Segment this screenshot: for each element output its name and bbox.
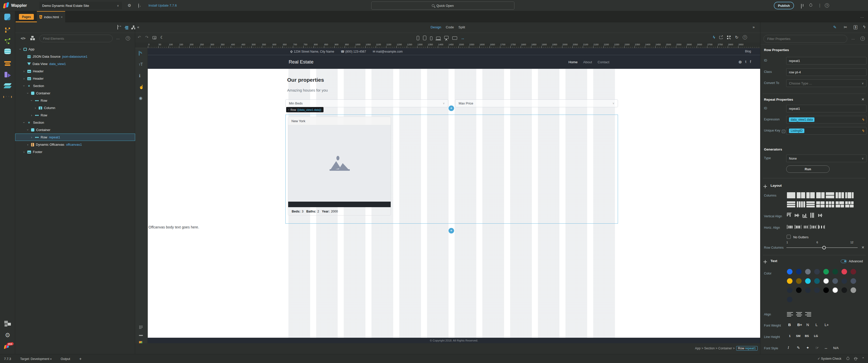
collapse-left-icon[interactable]: « [137, 25, 139, 29]
expander-icon[interactable]: › [22, 84, 26, 87]
color-swatch[interactable] [814, 278, 820, 284]
color-swatch[interactable] [814, 269, 820, 275]
columns-option-9[interactable] [797, 201, 805, 207]
expander-icon[interactable]: › [23, 69, 26, 73]
halign-around-icon[interactable] [818, 225, 825, 229]
text-width-icon[interactable]: ↔ [824, 345, 828, 350]
expander-icon[interactable]: › [26, 129, 30, 132]
dribbble-icon[interactable]: ◍ [739, 60, 742, 64]
columns-option-13[interactable] [836, 201, 844, 207]
grid-toggle-icon[interactable] [139, 325, 143, 329]
inspect-tool-icon[interactable]: ℹ [139, 73, 141, 78]
settings-icon[interactable]: ⚙ [4, 332, 11, 338]
color-swatch[interactable] [787, 278, 793, 284]
edit-tool-icon[interactable] [139, 51, 140, 56]
expander-icon[interactable]: › [19, 48, 22, 51]
tree-item-section[interactable]: ›»Section [15, 119, 135, 126]
tree-item-dynamic-offcanvas[interactable]: ›Dynamic Offcanvasoffcanvas1 [15, 141, 135, 148]
max-price-select[interactable]: Max Price ∨ [455, 100, 618, 107]
split-view-icon[interactable] [801, 4, 802, 8]
blog-link[interactable]: Blog [745, 50, 751, 53]
styles-icon[interactable] [4, 60, 11, 67]
italic-icon[interactable]: I [788, 345, 789, 350]
expander-icon[interactable]: › [26, 143, 29, 146]
theme-droplet-icon[interactable] [846, 357, 850, 361]
git-icon[interactable] [4, 27, 11, 33]
dynamic-bolt-icon[interactable]: ϟ [863, 25, 865, 29]
color-swatch[interactable] [823, 278, 829, 284]
list-view-icon[interactable] [125, 26, 129, 29]
props-more-icon[interactable]: … [851, 36, 855, 40]
advanced-toggle[interactable] [841, 259, 847, 263]
halign-start-icon[interactable] [787, 225, 794, 229]
text-tool-icon[interactable]: TT [139, 62, 143, 67]
pages-badge[interactable]: Pages [19, 14, 34, 20]
tree-item-json-data-source[interactable]: JSON Data Sourcejson-datasource1 [15, 53, 135, 60]
expander-icon[interactable]: › [22, 121, 26, 124]
kebab-menu-icon[interactable]: ⋮ [818, 3, 822, 8]
valign-baseline-icon[interactable] [818, 213, 824, 218]
add-panel-icon[interactable]: + [79, 357, 82, 361]
align-center-icon[interactable] [796, 312, 802, 316]
color-swatch[interactable] [841, 269, 847, 275]
add-element-button[interactable]: + [448, 106, 454, 111]
output-button[interactable]: Output [61, 357, 70, 361]
halign-end-icon[interactable] [803, 225, 809, 229]
tree-item-column[interactable]: ›Column [15, 104, 135, 112]
selected-element-badge[interactable]: ‹ Row {{data_view1.data}} [286, 107, 323, 112]
color-swatch[interactable] [832, 269, 838, 275]
system-check[interactable]: ✓ System Check [817, 357, 841, 361]
breadcrumb-current[interactable]: Row repeat1 [736, 346, 757, 351]
font-weight-l[interactable]: L [815, 323, 817, 327]
move-icon[interactable] [764, 260, 767, 263]
columns-option-6[interactable] [836, 192, 844, 198]
expander-icon[interactable]: › [23, 150, 26, 154]
columns-option-7[interactable] [845, 192, 854, 198]
color-swatch[interactable] [823, 269, 829, 275]
tree-item-header[interactable]: ›Header [15, 75, 135, 82]
generator-type-select[interactable]: None ∨ [786, 155, 867, 162]
debug-bug-icon[interactable] [855, 357, 857, 360]
unique-key-bolt-icon[interactable]: ϟ [863, 129, 864, 133]
color-swatch[interactable] [805, 269, 811, 275]
clear-row-columns-icon[interactable]: ✕ [862, 245, 865, 249]
dark-mode-icon[interactable]: ☾ [160, 35, 164, 40]
open-in-browser-icon[interactable] [719, 36, 723, 39]
pages-icon[interactable] [4, 13, 10, 20]
tab-index-html[interactable]: 5 index.html × [37, 11, 65, 22]
canvas-help-icon[interactable]: ? [743, 35, 747, 39]
collapse-right-icon[interactable]: » [752, 25, 754, 29]
close-icon[interactable]: × [61, 15, 63, 19]
color-swatch[interactable] [841, 287, 847, 293]
tree-item-header[interactable]: ›Header [15, 67, 135, 75]
expander-icon[interactable]: › [30, 113, 33, 117]
hand-icon[interactable]: ☞ [815, 345, 819, 350]
valign-bottom-icon[interactable] [803, 213, 809, 218]
tree-item-data-view[interactable]: Data Viewdata_view1 [15, 60, 135, 67]
phone-landscape-icon[interactable] [430, 36, 432, 40]
columns-option-3[interactable] [806, 192, 815, 198]
help-icon[interactable]: ? [825, 3, 829, 7]
color-swatch[interactable] [805, 287, 811, 293]
code-icon[interactable]: </> [21, 36, 26, 40]
tree-more-icon[interactable]: … [116, 36, 120, 40]
color-swatch[interactable] [832, 278, 838, 284]
color-swatch[interactable] [823, 287, 829, 293]
min-beds-select[interactable]: Min Beds ∨ [285, 100, 448, 107]
valign-middle-icon[interactable] [795, 213, 801, 218]
columns-option-11[interactable] [816, 201, 825, 207]
ai-robot-icon[interactable] [118, 25, 118, 30]
monitor-icon[interactable] [452, 36, 457, 40]
expander-icon[interactable]: › [30, 135, 33, 139]
guides-toggle-icon[interactable] [139, 335, 143, 336]
color-swatch[interactable] [805, 278, 811, 284]
properties-edit-icon[interactable]: ✎ [833, 25, 836, 30]
quick-open-button[interactable]: Quick Open [371, 1, 515, 9]
line-height-1[interactable]: 1 [789, 334, 790, 337]
row-id-field[interactable]: repeat1 [786, 57, 867, 64]
tree-item-app[interactable]: ›App [15, 46, 135, 53]
target-selector[interactable]: Target: Development ▾ [20, 357, 52, 361]
color-swatch[interactable] [787, 287, 793, 293]
columns-option-12[interactable] [826, 201, 834, 207]
columns-option-8[interactable] [787, 201, 795, 207]
